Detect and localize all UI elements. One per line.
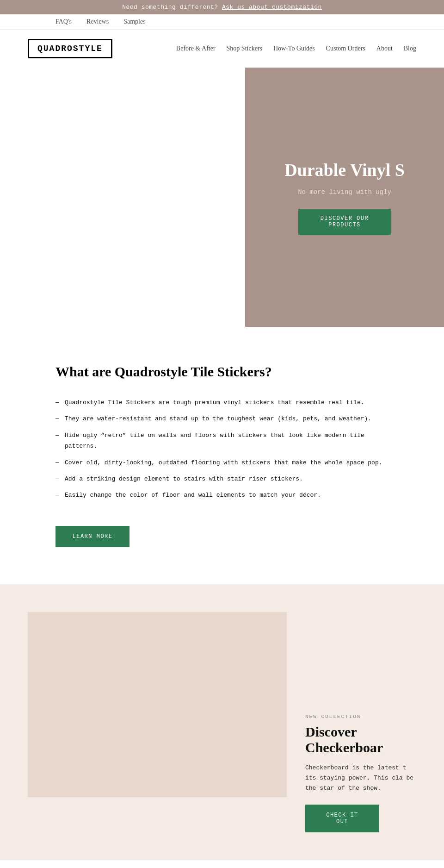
nav-how-to-guides[interactable]: How-To Guides (273, 45, 315, 52)
hero-content-right: Durable Vinyl S No more living with ugly… (245, 68, 444, 327)
secondary-nav-samples[interactable]: Samples (123, 18, 145, 25)
announcement-link[interactable]: Ask us about customization (222, 4, 322, 11)
collection-heading: Discover Checkerboar (305, 724, 416, 756)
learn-more-button[interactable]: LEARN MORE (56, 526, 130, 547)
collection-label: NEW COLLECTION (305, 714, 416, 719)
hero-image-left (0, 68, 259, 327)
collection-body: Checkerboard is the latest t its staying… (305, 763, 416, 793)
collection-section: NEW COLLECTION Discover Checkerboar Chec… (0, 584, 444, 860)
collection-text: NEW COLLECTION Discover Checkerboar Chec… (305, 612, 416, 832)
secondary-nav: FAQ's Reviews Samples (0, 14, 444, 30)
nav-custom-orders[interactable]: Custom Orders (326, 45, 365, 52)
announcement-text: Need something different? (122, 4, 218, 11)
hero-heading: Durable Vinyl S (284, 160, 405, 181)
nav-blog[interactable]: Blog (404, 45, 416, 52)
nav-before-after[interactable]: Before & After (176, 45, 216, 52)
bullet-item-4: Cover old, dirty-looking, outdated floor… (56, 455, 388, 471)
secondary-nav-faqs[interactable]: FAQ's (56, 18, 72, 25)
bullet-item-5: Add a striking design element to stairs … (56, 471, 388, 487)
bullet-item-6: Easily change the color of floor and wal… (56, 487, 388, 503)
announcement-bar: Need something different? Ask us about c… (0, 0, 444, 14)
secondary-nav-reviews[interactable]: Reviews (86, 18, 109, 25)
main-header: QUADROSTYLE Before & After Shop Stickers… (0, 30, 444, 68)
bullet-item-3: Hide ugly “retro” tile on walls and floo… (56, 427, 388, 455)
discover-button[interactable]: DISCOVER OUR PRODUCTS (298, 209, 391, 235)
checkout-button[interactable]: CHECK IT OUT (305, 805, 379, 832)
nav-about[interactable]: About (376, 45, 393, 52)
bullet-item-1: Quadrostyle Tile Stickers are tough prem… (56, 394, 388, 411)
info-heading: What are Quadrostyle Tile Stickers? (56, 364, 388, 380)
hero-subtext: No more living with ugly (298, 188, 391, 196)
main-nav: Before & After Shop Stickers How-To Guid… (131, 45, 416, 52)
bullet-item-2: They are water-resistant and stand up to… (56, 411, 388, 427)
info-bullet-list: Quadrostyle Tile Stickers are tough prem… (56, 394, 388, 504)
info-section: What are Quadrostyle Tile Stickers? Quad… (0, 327, 444, 584)
logo[interactable]: QUADROSTYLE (28, 39, 112, 58)
collection-image (28, 612, 287, 797)
hero-section: Durable Vinyl S No more living with ugly… (0, 68, 444, 327)
nav-shop-stickers[interactable]: Shop Stickers (227, 45, 262, 52)
